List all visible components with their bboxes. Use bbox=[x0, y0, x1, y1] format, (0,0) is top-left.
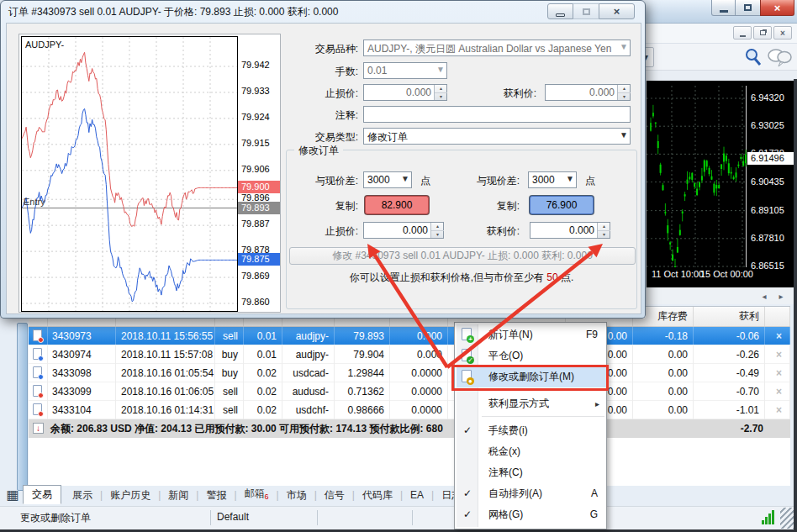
column-header-profit[interactable]: 获利 bbox=[697, 307, 765, 326]
submenu-arrow-icon: ▸ bbox=[595, 393, 599, 414]
window-minimize-button[interactable] bbox=[711, 0, 736, 16]
spin-up-icon[interactable]: ▴ bbox=[618, 85, 631, 92]
menu-item[interactable]: 税金(x) bbox=[457, 441, 606, 462]
tab-信号[interactable]: 信号 bbox=[317, 486, 352, 504]
dialog-minimize-button[interactable] bbox=[547, 3, 573, 19]
window-maximize-button[interactable] bbox=[736, 0, 760, 16]
status-separator bbox=[412, 510, 413, 525]
modify-stoploss-input[interactable]: 0.000 ▴▾ bbox=[363, 222, 444, 239]
close-icon: × bbox=[614, 5, 620, 18]
buy-order-icon bbox=[33, 366, 42, 378]
price-tick: 6.90435 bbox=[751, 176, 784, 187]
close-order-icon[interactable]: × bbox=[768, 382, 790, 401]
sl-diff-select[interactable]: 3000▼ bbox=[363, 171, 412, 188]
copy-takeprofit-button[interactable]: 76.900 bbox=[530, 196, 594, 214]
scroll-left-icon[interactable]: ◂ bbox=[757, 290, 771, 303]
cell-type: buy bbox=[207, 345, 244, 364]
table-row[interactable]: 34309742018.10.11 15:57:08buy0.01audjpy-… bbox=[29, 345, 790, 364]
scroll-right-icon[interactable]: ▸ bbox=[774, 290, 788, 303]
mdi-restore-button[interactable] bbox=[753, 26, 772, 40]
table-row[interactable]: 34330982018.10.16 01:05:54buy0.02usdcad-… bbox=[29, 364, 790, 382]
window-close-button[interactable]: × bbox=[760, 0, 794, 16]
cell-sl: 0.000 bbox=[393, 345, 448, 364]
dialog-restore-button[interactable] bbox=[573, 3, 599, 19]
tab-账户历史[interactable]: 账户历史 bbox=[103, 486, 158, 504]
ask-price-label: 79.900 bbox=[238, 181, 280, 193]
menu-item-label: 新订单(N) bbox=[488, 324, 533, 345]
takeprofit-input[interactable]: 0.000 ▴▾ bbox=[545, 84, 631, 101]
search-icon[interactable] bbox=[743, 47, 763, 67]
tab-展示[interactable]: 展示 bbox=[65, 486, 100, 504]
table-row[interactable]: 34309732018.10.11 15:56:55sell0.01audjpy… bbox=[29, 327, 790, 345]
menu-item[interactable]: ✓网格(G)G bbox=[457, 504, 606, 525]
cell-icon bbox=[29, 364, 48, 382]
menu-item[interactable]: +新订单(N)F9 bbox=[457, 324, 606, 345]
tab-代码库[interactable]: 代码库 bbox=[355, 486, 400, 504]
panel-drag-handle[interactable] bbox=[17, 323, 28, 491]
comment-input[interactable] bbox=[363, 106, 631, 123]
menu-item-label: 注释(C) bbox=[488, 462, 523, 483]
status-profile: Default bbox=[217, 511, 249, 523]
cell-lots: 0.02 bbox=[247, 382, 282, 401]
menu-item[interactable]: ✓手续费(i) bbox=[457, 420, 606, 441]
symbol-select[interactable]: AUDJPY-, 澳元日圆 Australian Dollar vs Japan… bbox=[363, 40, 631, 56]
menu-item[interactable]: 获利显示方式▸ bbox=[457, 393, 606, 414]
close-order-icon[interactable]: × bbox=[768, 327, 790, 345]
volume-select[interactable]: 0.01▼ bbox=[363, 62, 447, 79]
spin-down-icon[interactable]: ▾ bbox=[618, 92, 631, 100]
balance-row: ↓ 余额: 206.83 USD 净值: 204.13 已用预付款: 30.00… bbox=[29, 419, 790, 438]
dialog-title: 订单 #3430973 sell 0.01 AUDJPY- 于价格: 79.89… bbox=[8, 5, 338, 19]
menu-item[interactable]: 注释(C) bbox=[457, 462, 606, 483]
tab-EA[interactable]: EA bbox=[403, 486, 431, 504]
close-order-icon[interactable]: × bbox=[768, 345, 790, 364]
table-row[interactable]: 34331042018.10.16 01:14:31sell0.02usdchf… bbox=[29, 401, 790, 419]
spinner-buttons[interactable]: ▴▾ bbox=[597, 223, 610, 238]
spin-up-icon[interactable]: ▴ bbox=[435, 85, 447, 92]
bid-price-label: 79.875 bbox=[238, 253, 280, 266]
cell-time: 2018.10.16 01:14:31 bbox=[118, 401, 215, 419]
order-dot bbox=[38, 356, 44, 361]
chat-icon[interactable] bbox=[767, 47, 792, 67]
menu-item[interactable]: ✓平仓(O) bbox=[457, 345, 606, 366]
tab-警报[interactable]: 警报 bbox=[198, 486, 234, 504]
column-header-close[interactable] bbox=[768, 307, 790, 326]
spin-down-icon[interactable]: ▾ bbox=[598, 230, 610, 238]
tab-邮箱[interactable]: 邮箱6 bbox=[237, 484, 277, 506]
order-dot bbox=[38, 374, 44, 380]
cell-price: 1.29844 bbox=[338, 364, 390, 382]
tab-市场[interactable]: 市场 bbox=[279, 486, 314, 504]
order-type-select[interactable]: 修改订单▼ bbox=[363, 128, 631, 145]
price-tick: 79.860 bbox=[241, 297, 270, 307]
cell-symbol: usdchf- bbox=[286, 401, 335, 419]
spin-up-icon[interactable]: ▴ bbox=[598, 223, 610, 230]
close-order-icon[interactable]: × bbox=[768, 401, 790, 419]
spinner-buttons[interactable]: ▴▾ bbox=[617, 85, 630, 100]
cell-price: 0.71362 bbox=[338, 382, 390, 401]
cell-icon bbox=[29, 401, 48, 419]
trade-table: 库存费获利 34309732018.10.11 15:56:55sell0.01… bbox=[29, 306, 790, 486]
tab-新闻[interactable]: 新闻 bbox=[161, 486, 196, 504]
spin-down-icon[interactable]: ▾ bbox=[435, 92, 447, 100]
tab-交易[interactable]: 交易 bbox=[23, 485, 61, 504]
spinner-buttons[interactable]: ▴▾ bbox=[434, 85, 446, 100]
tp-diff-select[interactable]: 3000▼ bbox=[528, 171, 577, 188]
copy-stoploss-button[interactable]: 82.900 bbox=[365, 196, 429, 214]
dialog-close-button[interactable]: × bbox=[599, 3, 635, 19]
chevron-down-icon: ▼ bbox=[401, 174, 409, 183]
cell-profit: -0.26 bbox=[697, 345, 765, 364]
stoploss-input[interactable]: 0.000 ▴▾ bbox=[363, 84, 447, 101]
mdi-close-button[interactable]: × bbox=[773, 26, 792, 40]
total-profit: -2.70 bbox=[741, 419, 763, 438]
cell-swap: 0.00 bbox=[636, 364, 694, 382]
resize-grip[interactable] bbox=[780, 508, 794, 529]
menu-item[interactable]: ●修改或删除订单(M) bbox=[457, 366, 606, 387]
close-order-icon[interactable]: × bbox=[768, 364, 790, 382]
chevron-down-icon: ▼ bbox=[566, 174, 574, 183]
table-row[interactable]: 34330992018.10.16 01:06:05sell0.02audusd… bbox=[29, 382, 790, 401]
minimize-icon bbox=[720, 10, 728, 13]
menu-item[interactable]: ✓自动排列(A)A bbox=[457, 483, 606, 504]
mdi-minimize-button[interactable] bbox=[733, 26, 752, 40]
modify-order-button[interactable]: 修改 #3430973 sell 0.01 AUDJPY- 止损: 0.000 … bbox=[289, 247, 636, 265]
modify-takeprofit-input[interactable]: 0.000 ▴▾ bbox=[530, 222, 610, 239]
order-dot bbox=[38, 337, 44, 343]
